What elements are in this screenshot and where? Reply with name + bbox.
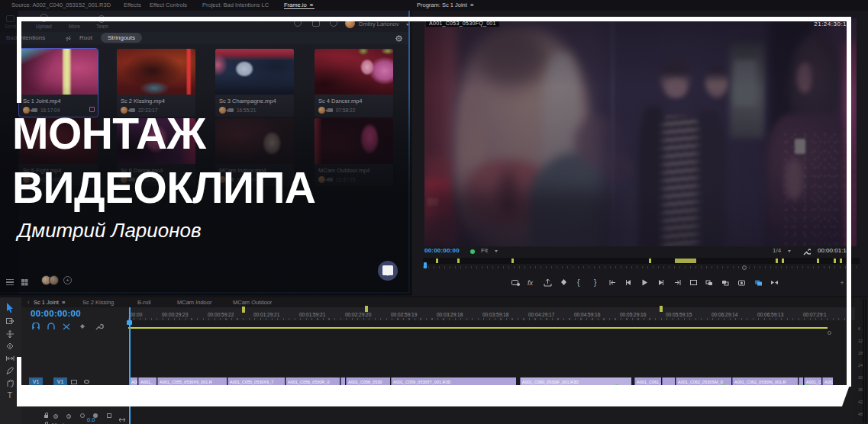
svg-text:fx: fx [528,279,534,287]
svg-text:}: } [594,278,597,287]
svg-text:{: { [577,278,580,287]
svg-text:T: T [8,390,13,399]
